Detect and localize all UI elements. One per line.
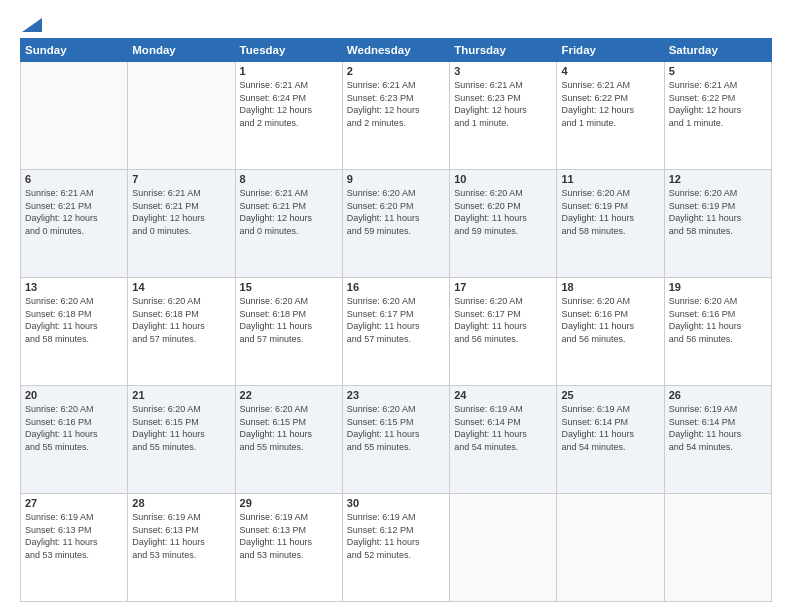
day-number: 1	[240, 65, 338, 77]
day-info: Sunrise: 6:19 AM Sunset: 6:14 PM Dayligh…	[454, 403, 552, 453]
day-info: Sunrise: 6:21 AM Sunset: 6:21 PM Dayligh…	[132, 187, 230, 237]
day-number: 18	[561, 281, 659, 293]
calendar-cell: 2Sunrise: 6:21 AM Sunset: 6:23 PM Daylig…	[342, 62, 449, 170]
calendar-cell	[128, 62, 235, 170]
calendar-cell: 13Sunrise: 6:20 AM Sunset: 6:18 PM Dayli…	[21, 278, 128, 386]
calendar-cell: 9Sunrise: 6:20 AM Sunset: 6:20 PM Daylig…	[342, 170, 449, 278]
day-header-saturday: Saturday	[664, 39, 771, 62]
calendar-cell: 17Sunrise: 6:20 AM Sunset: 6:17 PM Dayli…	[450, 278, 557, 386]
calendar-cell: 12Sunrise: 6:20 AM Sunset: 6:19 PM Dayli…	[664, 170, 771, 278]
calendar-cell: 28Sunrise: 6:19 AM Sunset: 6:13 PM Dayli…	[128, 494, 235, 602]
day-header-monday: Monday	[128, 39, 235, 62]
day-number: 11	[561, 173, 659, 185]
logo	[20, 18, 42, 28]
day-header-sunday: Sunday	[21, 39, 128, 62]
day-info: Sunrise: 6:20 AM Sunset: 6:16 PM Dayligh…	[561, 295, 659, 345]
calendar-cell: 16Sunrise: 6:20 AM Sunset: 6:17 PM Dayli…	[342, 278, 449, 386]
day-info: Sunrise: 6:19 AM Sunset: 6:14 PM Dayligh…	[561, 403, 659, 453]
calendar-week-5: 27Sunrise: 6:19 AM Sunset: 6:13 PM Dayli…	[21, 494, 772, 602]
day-info: Sunrise: 6:21 AM Sunset: 6:21 PM Dayligh…	[25, 187, 123, 237]
calendar-cell: 4Sunrise: 6:21 AM Sunset: 6:22 PM Daylig…	[557, 62, 664, 170]
day-number: 14	[132, 281, 230, 293]
day-number: 25	[561, 389, 659, 401]
day-info: Sunrise: 6:20 AM Sunset: 6:20 PM Dayligh…	[454, 187, 552, 237]
header	[20, 18, 772, 28]
day-info: Sunrise: 6:20 AM Sunset: 6:17 PM Dayligh…	[347, 295, 445, 345]
calendar-header-row: SundayMondayTuesdayWednesdayThursdayFrid…	[21, 39, 772, 62]
day-info: Sunrise: 6:19 AM Sunset: 6:12 PM Dayligh…	[347, 511, 445, 561]
calendar-cell: 11Sunrise: 6:20 AM Sunset: 6:19 PM Dayli…	[557, 170, 664, 278]
calendar-cell: 8Sunrise: 6:21 AM Sunset: 6:21 PM Daylig…	[235, 170, 342, 278]
calendar-cell: 5Sunrise: 6:21 AM Sunset: 6:22 PM Daylig…	[664, 62, 771, 170]
calendar-cell: 23Sunrise: 6:20 AM Sunset: 6:15 PM Dayli…	[342, 386, 449, 494]
day-number: 4	[561, 65, 659, 77]
calendar-cell: 20Sunrise: 6:20 AM Sunset: 6:16 PM Dayli…	[21, 386, 128, 494]
day-number: 21	[132, 389, 230, 401]
calendar-cell: 25Sunrise: 6:19 AM Sunset: 6:14 PM Dayli…	[557, 386, 664, 494]
day-info: Sunrise: 6:21 AM Sunset: 6:22 PM Dayligh…	[561, 79, 659, 129]
day-number: 17	[454, 281, 552, 293]
day-info: Sunrise: 6:21 AM Sunset: 6:23 PM Dayligh…	[454, 79, 552, 129]
calendar-cell: 22Sunrise: 6:20 AM Sunset: 6:15 PM Dayli…	[235, 386, 342, 494]
page: SundayMondayTuesdayWednesdayThursdayFrid…	[0, 0, 792, 612]
day-info: Sunrise: 6:20 AM Sunset: 6:15 PM Dayligh…	[132, 403, 230, 453]
day-number: 30	[347, 497, 445, 509]
day-number: 7	[132, 173, 230, 185]
day-number: 10	[454, 173, 552, 185]
day-number: 2	[347, 65, 445, 77]
calendar-cell: 14Sunrise: 6:20 AM Sunset: 6:18 PM Dayli…	[128, 278, 235, 386]
day-info: Sunrise: 6:21 AM Sunset: 6:21 PM Dayligh…	[240, 187, 338, 237]
day-number: 8	[240, 173, 338, 185]
day-number: 23	[347, 389, 445, 401]
day-info: Sunrise: 6:19 AM Sunset: 6:13 PM Dayligh…	[132, 511, 230, 561]
calendar-cell: 10Sunrise: 6:20 AM Sunset: 6:20 PM Dayli…	[450, 170, 557, 278]
day-number: 9	[347, 173, 445, 185]
day-info: Sunrise: 6:20 AM Sunset: 6:18 PM Dayligh…	[25, 295, 123, 345]
calendar-cell: 24Sunrise: 6:19 AM Sunset: 6:14 PM Dayli…	[450, 386, 557, 494]
day-info: Sunrise: 6:20 AM Sunset: 6:15 PM Dayligh…	[347, 403, 445, 453]
calendar-cell: 21Sunrise: 6:20 AM Sunset: 6:15 PM Dayli…	[128, 386, 235, 494]
day-info: Sunrise: 6:20 AM Sunset: 6:18 PM Dayligh…	[132, 295, 230, 345]
day-number: 28	[132, 497, 230, 509]
day-header-friday: Friday	[557, 39, 664, 62]
calendar-cell: 26Sunrise: 6:19 AM Sunset: 6:14 PM Dayli…	[664, 386, 771, 494]
day-info: Sunrise: 6:20 AM Sunset: 6:20 PM Dayligh…	[347, 187, 445, 237]
day-info: Sunrise: 6:21 AM Sunset: 6:23 PM Dayligh…	[347, 79, 445, 129]
day-info: Sunrise: 6:20 AM Sunset: 6:16 PM Dayligh…	[669, 295, 767, 345]
day-number: 27	[25, 497, 123, 509]
calendar-table: SundayMondayTuesdayWednesdayThursdayFrid…	[20, 38, 772, 602]
calendar-week-1: 1Sunrise: 6:21 AM Sunset: 6:24 PM Daylig…	[21, 62, 772, 170]
day-number: 3	[454, 65, 552, 77]
calendar-cell	[450, 494, 557, 602]
day-info: Sunrise: 6:21 AM Sunset: 6:22 PM Dayligh…	[669, 79, 767, 129]
day-header-wednesday: Wednesday	[342, 39, 449, 62]
day-info: Sunrise: 6:20 AM Sunset: 6:17 PM Dayligh…	[454, 295, 552, 345]
calendar-cell	[557, 494, 664, 602]
calendar-cell: 15Sunrise: 6:20 AM Sunset: 6:18 PM Dayli…	[235, 278, 342, 386]
day-info: Sunrise: 6:20 AM Sunset: 6:15 PM Dayligh…	[240, 403, 338, 453]
calendar-cell	[664, 494, 771, 602]
day-number: 29	[240, 497, 338, 509]
calendar-week-3: 13Sunrise: 6:20 AM Sunset: 6:18 PM Dayli…	[21, 278, 772, 386]
day-info: Sunrise: 6:21 AM Sunset: 6:24 PM Dayligh…	[240, 79, 338, 129]
day-info: Sunrise: 6:20 AM Sunset: 6:16 PM Dayligh…	[25, 403, 123, 453]
day-header-thursday: Thursday	[450, 39, 557, 62]
calendar-cell: 27Sunrise: 6:19 AM Sunset: 6:13 PM Dayli…	[21, 494, 128, 602]
day-header-tuesday: Tuesday	[235, 39, 342, 62]
calendar-cell: 7Sunrise: 6:21 AM Sunset: 6:21 PM Daylig…	[128, 170, 235, 278]
svg-marker-0	[22, 18, 42, 32]
day-number: 22	[240, 389, 338, 401]
calendar-cell: 19Sunrise: 6:20 AM Sunset: 6:16 PM Dayli…	[664, 278, 771, 386]
calendar-cell: 18Sunrise: 6:20 AM Sunset: 6:16 PM Dayli…	[557, 278, 664, 386]
day-number: 24	[454, 389, 552, 401]
day-number: 26	[669, 389, 767, 401]
day-info: Sunrise: 6:19 AM Sunset: 6:13 PM Dayligh…	[240, 511, 338, 561]
day-number: 5	[669, 65, 767, 77]
day-info: Sunrise: 6:20 AM Sunset: 6:19 PM Dayligh…	[561, 187, 659, 237]
day-info: Sunrise: 6:20 AM Sunset: 6:19 PM Dayligh…	[669, 187, 767, 237]
calendar-cell	[21, 62, 128, 170]
day-number: 13	[25, 281, 123, 293]
day-number: 15	[240, 281, 338, 293]
calendar-week-2: 6Sunrise: 6:21 AM Sunset: 6:21 PM Daylig…	[21, 170, 772, 278]
day-number: 19	[669, 281, 767, 293]
